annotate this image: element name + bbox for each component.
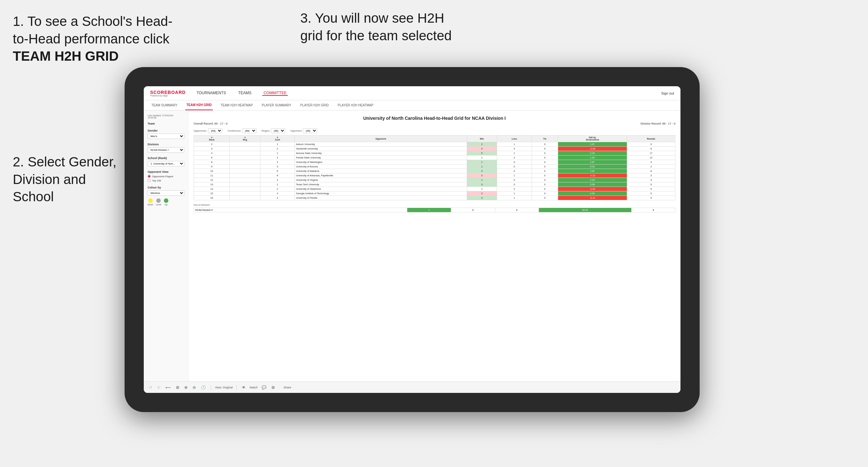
cell-rank: 15 [194,191,230,196]
crop-button[interactable]: ⊞ [175,384,181,390]
nav-committee[interactable]: COMMITTEE [262,91,288,96]
cell-name: Georgia Institute of Technology [294,191,467,196]
nav-teams[interactable]: TEAMS [237,91,253,96]
share-button[interactable] [279,387,281,388]
col-reg: #Reg [230,135,260,142]
subnav-team-summary[interactable]: TEAM SUMMARY [150,100,179,110]
school-select[interactable]: 1. University of Nort... [148,161,184,166]
gender-select[interactable]: Men's [148,133,184,139]
radio-opponents-played[interactable]: Opponents Played [148,175,184,178]
cell-rank: 10 [194,169,230,174]
cell-loss: 0 [497,178,532,182]
cell-win: 5 [467,151,497,156]
conference-filter-select[interactable]: (All) [242,128,256,133]
cell-rank: 16 [194,196,230,200]
cell-reg [230,156,260,160]
cell-name: University of Washington [294,160,467,164]
opponents-filter-select[interactable]: (All) [208,128,222,133]
table-row: 3 2 Vanderbilt University 0 4 0 -2.29 8 [194,147,675,151]
subnav-team-h2h-heatmap[interactable]: TEAM H2H HEATMAP [219,100,254,110]
sign-out-button[interactable]: Sign out [661,91,674,95]
col-diff: Diff AvStrokes/Rnd [558,135,627,142]
gender-label: Gender [148,129,184,132]
cell-reg [230,142,260,147]
cell-diff: 9.00 [558,164,627,169]
colour-by-label: Colour by [148,186,184,189]
cell-rank: 14 [194,187,230,191]
cell-rounds: 3 [627,174,675,178]
cell-rounds: 8 [627,169,675,174]
grid-button[interactable]: ⊞ [270,384,276,390]
cell-win: 2 [467,142,497,147]
cell-tie: 0 [532,164,558,169]
cell-loss: 0 [497,160,532,164]
opponent-filter: Opponent (All) [290,128,317,133]
cell-reg [230,187,260,191]
cell-tie: 0 [532,191,558,196]
separator-1 [211,385,211,390]
h2h-table: #Rank #Reg #Conf Opponent Win Loss Tie D… [194,135,675,200]
minus-button[interactable]: ⊖ [191,384,197,390]
table-row: 6 2 Florida State University 1 2 0 1.83 … [194,156,675,160]
opponents-filter: Opponents: (All) [194,128,222,133]
cell-rank: 9 [194,164,230,169]
subnav-player-summary[interactable]: PLAYER SUMMARY [260,100,292,110]
opponents-filter-label: Opponents: [194,129,207,132]
cell-tie: 0 [532,156,558,160]
watch-button[interactable]: 👁 [241,384,247,390]
subnav-team-h2h-grid[interactable]: TEAM H2H GRID [185,100,213,110]
subnav-player-h2h-grid[interactable]: PLAYER H2H GRID [299,100,330,110]
colour-select[interactable]: Win/loss [148,190,184,196]
cell-diff: 2.29 [558,151,627,156]
back-button[interactable]: ⟵ [164,384,172,390]
region-filter-select[interactable]: (All) [271,128,285,133]
cell-tie: 0 [532,196,558,200]
cell-loss: 2 [497,156,532,160]
redo-button[interactable]: ↻ [156,384,162,390]
right-panel: University of North Carolina Head-to-Hea… [188,111,680,381]
nav-tournaments[interactable]: TOURNAMENTS [195,91,227,96]
cell-loss: 1 [497,174,532,178]
grid-title: University of North Carolina Head-to-Hea… [194,116,675,121]
division-select[interactable]: NCAA Division I [148,147,184,153]
team-label: Team [148,122,184,125]
cell-loss: 1 [497,196,532,200]
plus-button[interactable]: ⊕ [183,384,189,390]
cell-tie: 0 [532,151,558,156]
undo-button[interactable]: ↺ [148,384,153,390]
cell-name: Texas Tech University [294,182,467,187]
radio-top100[interactable]: Top 100 [148,179,184,182]
cell-name: University of Arkansas, Fayetteville [294,174,467,178]
ann1-line1: 1. To see a School's Head- [13,14,173,29]
table-row: 11 6 University of Arkansas, Fayettevill… [194,174,675,178]
tablet-screen: SCOREBOARD Powered by clippi TOURNAMENTS… [144,86,680,393]
cell-conf: 1 [260,182,294,187]
cell-rounds: 3 [627,178,675,182]
comment-button[interactable]: 💬 [260,384,268,390]
cell-diff: 3.67 [558,160,627,164]
division-record: Division Record: 88 - 17 - 0 [641,122,675,125]
cell-tie: 0 [532,182,558,187]
main-content: Last Updated: 27/03/2024 16:55:38 Team G… [144,111,680,381]
cell-reg [230,182,260,187]
col-rounds: Rounds [627,135,675,142]
legend-dot-up [164,198,168,203]
cell-reg [230,196,260,200]
cell-reg [230,174,260,178]
cell-rank: 13 [194,182,230,187]
legend-label-down: Down [148,204,153,206]
opponent-filter-select[interactable]: (All) [303,128,317,133]
cell-name: Arizona State University [294,151,467,156]
cell-rounds: 3 [627,160,675,164]
cell-diff: 1.67 [558,142,627,147]
clock-button[interactable]: 🕐 [200,384,207,390]
cell-loss: 0 [497,182,532,187]
cell-conf: 3 [260,196,294,200]
cell-tie: 0 [532,147,558,151]
radio-dot-1 [148,175,151,178]
cell-rounds: 9 [627,191,675,196]
cell-diff: -2.29 [558,147,627,151]
subnav-player-h2h-heatmap[interactable]: PLAYER H2H HEATMAP [336,100,375,110]
annotation-3: 3. You will now see H2H grid for the tea… [300,9,479,44]
cell-loss: 1 [497,142,532,147]
